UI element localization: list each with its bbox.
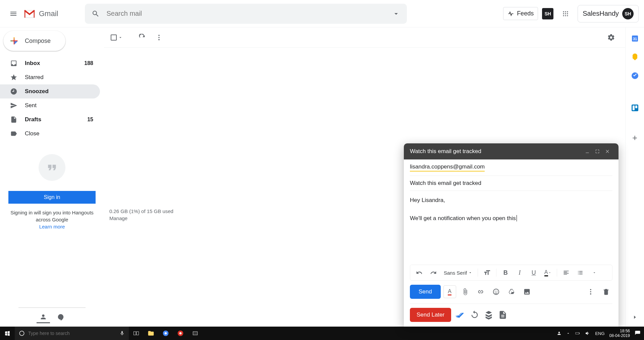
taskbar-search-input[interactable] bbox=[28, 331, 116, 336]
minimize-button[interactable] bbox=[582, 146, 592, 156]
sidebar-item-sent[interactable]: Sent bbox=[0, 98, 100, 113]
keep-icon[interactable] bbox=[631, 53, 639, 61]
hangouts-signin-button[interactable]: Sign in bbox=[8, 191, 96, 204]
message-body[interactable]: Hey Lisandra, We'll get a notification w… bbox=[410, 191, 612, 265]
list-button[interactable] bbox=[574, 266, 587, 279]
settings-button[interactable] bbox=[604, 30, 619, 45]
svg-point-21 bbox=[590, 289, 591, 290]
sidebar-item-snoozed[interactable]: Snoozed bbox=[0, 84, 100, 98]
chevron-right-icon[interactable] bbox=[632, 315, 638, 320]
more-options-button[interactable] bbox=[584, 285, 597, 298]
volume-icon[interactable] bbox=[585, 331, 590, 336]
sidebar-item-close[interactable]: Close bbox=[0, 127, 100, 141]
fullscreen-button[interactable] bbox=[592, 146, 602, 156]
attach-button[interactable] bbox=[459, 285, 472, 298]
underline-button[interactable]: U bbox=[527, 266, 540, 279]
add-addon-button[interactable]: + bbox=[632, 133, 637, 143]
sidebar-item-label: Snoozed bbox=[25, 88, 93, 95]
hangouts-learn-more-link[interactable]: Learn more bbox=[39, 224, 65, 229]
calendar-icon[interactable]: 31 bbox=[631, 34, 639, 42]
templates-button[interactable] bbox=[484, 310, 493, 320]
app-button[interactable] bbox=[188, 327, 203, 340]
emoji-button[interactable] bbox=[490, 285, 502, 298]
sh-badge[interactable]: SH bbox=[542, 8, 553, 19]
redo-button[interactable] bbox=[427, 266, 440, 279]
chevron-up-icon[interactable] bbox=[566, 331, 570, 335]
bold-button[interactable]: B bbox=[499, 266, 512, 279]
body-line: Hey Lisandra, bbox=[410, 196, 612, 205]
drive-button[interactable] bbox=[505, 285, 518, 298]
sidebar-item-drafts[interactable]: Drafts 15 bbox=[0, 113, 100, 127]
attachment-icon bbox=[462, 288, 469, 295]
italic-button[interactable]: I bbox=[513, 266, 526, 279]
svg-point-9 bbox=[158, 35, 160, 36]
clock[interactable]: 18:56 08-04-2019 bbox=[609, 329, 630, 338]
sidebar-item-starred[interactable]: Starred bbox=[0, 70, 100, 84]
inbox-icon bbox=[10, 60, 17, 67]
to-field[interactable]: lisandra.coppens@gmail.com bbox=[410, 159, 612, 176]
discard-button[interactable] bbox=[600, 285, 612, 298]
more-button[interactable] bbox=[152, 30, 166, 45]
text-color-button[interactable]: A bbox=[541, 266, 554, 279]
send-icon bbox=[10, 102, 17, 109]
svg-point-0 bbox=[563, 11, 564, 12]
tasks-icon[interactable] bbox=[631, 72, 639, 80]
contacts-tab[interactable] bbox=[37, 311, 50, 323]
send-button[interactable]: Send bbox=[410, 285, 441, 299]
refresh-button[interactable] bbox=[135, 30, 150, 45]
sidebar-item-label: Close bbox=[25, 130, 93, 137]
people-icon[interactable] bbox=[557, 331, 561, 336]
recipient-chip[interactable]: lisandra.coppens@gmail.com bbox=[410, 163, 485, 172]
more-formatting-button[interactable] bbox=[588, 266, 601, 279]
trello-icon[interactable] bbox=[631, 104, 639, 112]
photo-button[interactable] bbox=[521, 285, 533, 298]
image-icon bbox=[523, 288, 531, 295]
emoji-icon bbox=[492, 288, 500, 295]
documents-button[interactable] bbox=[498, 310, 507, 320]
battery-icon[interactable] bbox=[575, 331, 580, 336]
select-all-checkbox[interactable] bbox=[109, 32, 125, 43]
hangouts-tab[interactable] bbox=[54, 311, 67, 323]
compose-header[interactable]: Watch this email get tracked bbox=[404, 143, 619, 159]
hamburger-menu-button[interactable] bbox=[5, 6, 21, 22]
chevron-down-icon bbox=[548, 271, 551, 274]
font-select[interactable]: Sans Serif bbox=[441, 270, 475, 276]
start-button[interactable] bbox=[0, 327, 15, 340]
compose-button[interactable]: Compose bbox=[3, 31, 65, 51]
chrome-button[interactable] bbox=[158, 327, 173, 340]
format-toggle-button[interactable]: A bbox=[443, 285, 456, 298]
align-button[interactable] bbox=[560, 266, 573, 279]
hangouts-logo bbox=[39, 154, 65, 181]
send-later-button[interactable]: Send Later bbox=[410, 308, 451, 322]
search-input[interactable] bbox=[106, 10, 392, 17]
language-indicator[interactable]: ENG bbox=[595, 331, 604, 336]
file-explorer-button[interactable] bbox=[144, 327, 158, 340]
windows-taskbar: ENG 18:56 08-04-2019 bbox=[0, 327, 644, 340]
mic-icon[interactable] bbox=[119, 331, 125, 336]
svg-point-8 bbox=[567, 15, 568, 16]
clock-icon bbox=[10, 88, 17, 95]
font-size-button[interactable] bbox=[481, 266, 493, 279]
gmail-logo[interactable]: Gmail bbox=[23, 7, 58, 20]
search-options-button[interactable] bbox=[392, 10, 400, 18]
saleshandy-button[interactable]: SalesHandy SH bbox=[578, 5, 639, 22]
search-box[interactable] bbox=[85, 4, 407, 24]
system-tray: ENG 18:56 08-04-2019 bbox=[557, 329, 644, 338]
link-button[interactable] bbox=[474, 285, 487, 298]
svg-point-30 bbox=[179, 332, 182, 335]
refresh-button[interactable] bbox=[470, 310, 479, 320]
tracking-toggle-button[interactable] bbox=[456, 310, 465, 320]
undo-button[interactable] bbox=[413, 266, 426, 279]
svg-point-4 bbox=[565, 13, 566, 14]
compose-label: Compose bbox=[25, 38, 51, 45]
task-view-button[interactable] bbox=[129, 327, 144, 340]
notifications-icon[interactable] bbox=[635, 330, 641, 336]
subject-field[interactable]: Watch this email get tracked bbox=[410, 176, 612, 191]
feeds-button[interactable]: Feeds bbox=[503, 7, 538, 20]
close-button[interactable] bbox=[602, 146, 612, 156]
sidebar-item-inbox[interactable]: Inbox 188 bbox=[0, 56, 100, 70]
google-apps-button[interactable] bbox=[557, 6, 574, 22]
chrome-button-2[interactable] bbox=[173, 327, 188, 340]
taskbar-search[interactable] bbox=[15, 327, 129, 340]
star-icon bbox=[10, 74, 17, 81]
